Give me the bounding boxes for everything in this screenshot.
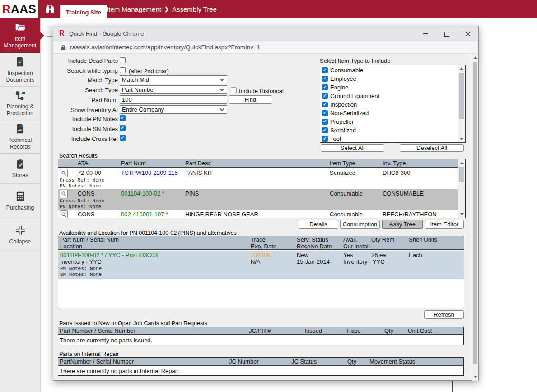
availability-row-selected[interactable]: 001104-100-02 * / YYC - Pos: I03C03 Inve… (58, 251, 464, 279)
item-type-option[interactable]: Ground Equipment (320, 92, 465, 100)
find-button[interactable]: Find (229, 95, 272, 104)
item-type-option[interactable]: Consumable (320, 66, 465, 75)
internal-repair-empty-message: There are currently no parts in Internal… (60, 368, 180, 374)
item-type-checkbox[interactable] (322, 84, 328, 90)
search-type-label: Search Type (53, 87, 118, 93)
match-type-select[interactable]: Match Mid (120, 75, 227, 84)
availability-table: Part Num / Serial Num Location Trace Exp… (58, 236, 464, 308)
search-result-row-selected[interactable]: CONS 001104-100-02 * PINS Consumable CON… (58, 189, 458, 210)
match-type-label: Match Type (53, 77, 118, 84)
sidebar-item-label: Purchasing (6, 205, 34, 211)
window-title-bar[interactable]: R Quick Find - Google Chrome (53, 26, 478, 41)
assy-tree-button[interactable]: Assy Tree (382, 220, 423, 229)
col-jc-status: JC Status (291, 358, 317, 365)
item-type-label: Employee (330, 75, 356, 82)
trace-link[interactable]: 108306 (251, 252, 270, 258)
window-scrollbar[interactable] (472, 54, 478, 381)
sidebar-item-stores[interactable]: Stores (0, 154, 40, 184)
sidebar-item-label: Inspection Documents (1, 70, 39, 84)
availability-part-link[interactable]: 001104-100-02 * / YYC - Pos: I03C03 (60, 252, 158, 258)
include-pn-notes-checkbox[interactable] (120, 115, 126, 121)
select-all-button[interactable]: Select All (321, 144, 384, 152)
breadcrumb-parent[interactable]: Item Management (107, 5, 161, 13)
sidebar-item-label: Collapse (9, 238, 31, 245)
item-type-option[interactable]: Inspection (320, 100, 465, 109)
col-ata: ATA (78, 160, 88, 167)
item-type-option[interactable]: Tool (320, 135, 465, 143)
raas-logo-r: R (2, 2, 11, 16)
binoculars-icon[interactable] (44, 3, 56, 15)
internal-repair-table: PartNumber / Serial Number JC Number JC … (58, 357, 464, 376)
url-text: raasais.aviationintertec.com/app/invento… (70, 44, 260, 51)
item-type-checkbox[interactable] (322, 127, 328, 133)
include-sn-notes-checkbox[interactable] (120, 125, 126, 131)
maximize-button[interactable] (442, 29, 451, 38)
magnifier-button[interactable] (60, 169, 68, 177)
item-type-checkbox[interactable] (322, 110, 328, 116)
magnifier-button[interactable] (60, 190, 68, 198)
search-type-select[interactable]: Part Number (120, 85, 227, 94)
address-bar[interactable]: raasais.aviationintertec.com/app/invento… (53, 41, 478, 54)
include-dead-parts-label: Include Dead Parts (53, 57, 118, 64)
tab-training-site[interactable]: Training Site (60, 5, 107, 19)
include-cross-ref-checkbox[interactable] (120, 135, 126, 141)
item-type-scrollbar[interactable] (458, 65, 465, 142)
raas-logo[interactable]: RAAS (0, 0, 38, 18)
part-num-input[interactable] (120, 95, 227, 104)
close-button[interactable] (463, 29, 472, 38)
item-type-option[interactable]: Engine (320, 83, 465, 92)
raas-favicon: R (59, 29, 65, 37)
item-type-checkbox[interactable] (322, 93, 328, 99)
col-receive-date: Receive Date (297, 243, 332, 250)
item-type-checkbox[interactable] (322, 136, 328, 142)
refresh-label: Refresh (434, 311, 454, 318)
item-type-checkbox[interactable] (322, 67, 328, 73)
col-item-type: Item Type (330, 160, 355, 167)
details-button[interactable]: Details (299, 220, 338, 229)
col-location: Location (60, 243, 82, 250)
include-dead-parts-checkbox[interactable] (120, 57, 126, 63)
col-trace: Trace (346, 327, 361, 334)
search-while-typing-label: Search while typing (53, 67, 118, 74)
search-result-row[interactable]: CONS 002-410001-107 * HINGE,REAR NOSE GE… (58, 210, 458, 218)
item-editor-button[interactable]: Item Editor (425, 220, 464, 229)
part-num-link[interactable]: 002-410001-107 * (121, 211, 168, 218)
item-type-option[interactable]: Non-Serialized (320, 109, 465, 117)
item-type-option[interactable]: Propeller (320, 117, 465, 126)
item-type-option[interactable]: Serialized (320, 126, 465, 135)
consumption-button[interactable]: Consumption (340, 220, 380, 229)
magnifier-button[interactable] (60, 210, 68, 218)
sidebar-item-collapse[interactable]: Collapse (0, 218, 40, 252)
item-type-option[interactable]: Employee (320, 75, 465, 83)
minimize-button[interactable] (421, 29, 430, 38)
part-num-link[interactable]: TSTPW100-2209-115 (121, 169, 178, 176)
part-num-link[interactable]: 001104-100-02 * (121, 190, 164, 197)
item-type-label: Propeller (330, 118, 354, 125)
sidebar-item-purchasing[interactable]: Purchasing (0, 184, 40, 218)
sidebar-item-inspection-documents[interactable]: Inspection Documents (0, 53, 40, 87)
search-results-table: ATA Part Num Part Desc Item Type Inv. Ty… (58, 159, 466, 218)
receive-date: 15-Jan-2014 (297, 258, 330, 265)
sidebar-item-technical-records[interactable]: Technical Records (0, 120, 40, 154)
refresh-button[interactable]: Refresh (424, 310, 464, 319)
collapse-icon (14, 224, 26, 236)
pn-note: PN Notes: None (60, 204, 101, 210)
magnifier-icon (61, 191, 67, 197)
deselect-all-button[interactable]: Deselect All (400, 144, 464, 152)
search-result-row[interactable]: 72-00-00 TSTPW100-2209-115 TANIS KIT Ser… (58, 168, 458, 189)
search-results-scrollbar[interactable] (458, 159, 465, 218)
include-historical-checkbox[interactable] (231, 87, 237, 93)
col-part-serial: Part Num / Serial Num (60, 236, 119, 243)
col-trace: Trace (251, 236, 266, 243)
item-type-checkbox[interactable] (322, 76, 328, 82)
item-editor-label: Item Editor (430, 221, 459, 228)
screen: RAAS Training Site Item Management ❯ Ass… (0, 0, 537, 392)
sidebar-item-planning-production[interactable]: Planning & Production (0, 87, 40, 120)
search-while-typing-checkbox[interactable] (120, 67, 126, 73)
item-type-checkbox[interactable] (322, 102, 328, 107)
top-bar: RAAS Training Site Item Management ❯ Ass… (0, 0, 537, 18)
sidebar-item-item-management[interactable]: Item Management (0, 18, 40, 53)
show-inventory-at-select[interactable]: Entire Company (120, 105, 227, 114)
item-type-checkbox[interactable] (322, 119, 328, 125)
breadcrumb-separator-icon: ❯ (164, 6, 169, 12)
